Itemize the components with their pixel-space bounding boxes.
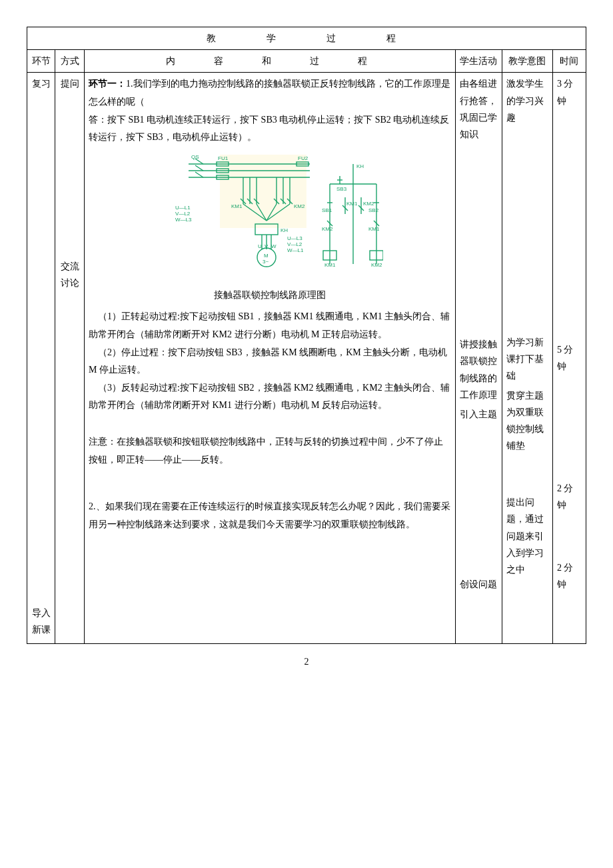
page-number: 2 <box>27 653 586 670</box>
lbl-qs: QS <box>191 154 199 160</box>
seg1-question: 1.我们学到的电力拖动控制线路的接触器联锁正反转控制线路，它的工作原理是怎么样的… <box>89 79 450 107</box>
lbl-fu1: FU1 <box>218 155 229 161</box>
table-title: 教 学 过 程 <box>27 27 586 50</box>
time-1: 3 分钟 <box>557 75 582 109</box>
col-activity: 由各组进行抢答，巩固已学知识 讲授接触器联锁控制线路的工作原理 引入主题 创设问… <box>455 73 502 644</box>
svg-line-5 <box>195 165 203 171</box>
intent-3: 贯穿主题为双重联锁控制线铺垫 <box>506 387 548 455</box>
lbl-sb3: SB3 <box>336 186 347 192</box>
header-row: 环节 方式 内 容 和 过 程 学生活动 教学意图 时间 <box>27 50 586 73</box>
lbl-w: W <box>271 243 277 249</box>
header-activity: 学生活动 <box>455 50 502 73</box>
lbl-sb2: SB2 <box>368 207 379 213</box>
lbl-km1-coil: KM1 <box>324 262 336 268</box>
lbl-m: M <box>264 253 269 259</box>
huanjie-daoru: 导入新课 <box>31 605 51 638</box>
time-2: 5 分钟 <box>557 341 582 375</box>
seg1-label: 环节一： <box>89 79 126 89</box>
intent-1: 激发学生的学习兴趣 <box>506 75 548 126</box>
lbl-kh: KH <box>281 227 288 233</box>
activity-1: 由各组进行抢答，巩固已学知识 <box>460 75 498 143</box>
lbl-v: V <box>265 243 269 249</box>
circuit-diagram: QS FU1 FU2 KH SB3 SB1 SB2 KM1 KM2 KM2 KM… <box>157 151 383 284</box>
lbl-kh-r: KH <box>356 163 364 169</box>
lbl-km2-nc: KM2 <box>322 226 333 232</box>
lbl-sb1: SB1 <box>322 207 332 213</box>
header-fangshi: 方式 <box>55 50 85 73</box>
para-3: （3）反转起动过程:按下起动按钮 SB2，接触器 KM2 线圈通电，KM2 主触… <box>89 379 451 415</box>
header-content: 内 容 和 过 程 <box>85 50 456 73</box>
header-huanjie: 环节 <box>27 50 55 73</box>
lbl-ul1: U—L1 <box>175 205 191 211</box>
lbl-vl2: V—L2 <box>175 211 191 217</box>
col-intent: 激发学生的学习兴趣 为学习新课打下基础 贯穿主题为双重联锁控制线铺垫 提出问题，… <box>502 73 552 644</box>
title-row: 教 学 过 程 <box>27 27 586 50</box>
col-huanjie: 复习 导入新课 <box>27 73 55 644</box>
lbl-wl1: W—L1 <box>287 247 304 253</box>
seg1-answer: 答：按下 SB1 电动机连续正转运行，按下 SB3 电动机停止运转；按下 SB2… <box>89 111 451 147</box>
lbl-vl2b: V—L2 <box>287 241 303 247</box>
intent-4: 提出问题，通过问题来引入到学习之中 <box>506 494 548 578</box>
lbl-km2-aux: KM2 <box>363 201 374 207</box>
body-row: 复习 导入新课 提问 交流讨论 环节一：1.我们学到的电力拖动控制线路的接触器联… <box>27 73 586 644</box>
lbl-wl3: W—L3 <box>175 217 192 223</box>
lbl-km2-main: KM2 <box>294 203 305 209</box>
svg-line-6 <box>195 172 203 177</box>
intent-2: 为学习新课打下基础 <box>506 334 548 385</box>
note: 注意：在接触器联锁和按钮联锁控制线路中，正转与反转的切换过程中间，少不了停止按钮… <box>89 433 451 469</box>
huanjie-fuxi: 复习 <box>31 75 51 92</box>
time-3: 2 分钟 <box>557 480 582 513</box>
question-2: 2.、如果我们现在需要在正传连续运行的时候直接实现反转怎么办呢？因此，我们需要采… <box>89 498 451 533</box>
segment-1: 环节一：1.我们学到的电力拖动控制线路的接触器联锁正反转控制线路，它的工作原理是… <box>89 75 451 111</box>
lbl-km1-nc: KM1 <box>368 226 380 232</box>
para-1: （1）正转起动过程:按下起动按钮 SB1，接触器 KM1 线圈通电，KM1 主触… <box>89 308 451 343</box>
col-time: 3 分钟 5 分钟 2 分钟 2 分钟 <box>552 73 586 644</box>
fangshi-tiwen: 提问 <box>59 75 80 92</box>
activity-3: 引入主题 <box>460 406 498 423</box>
lesson-plan-table: 教 学 过 程 环节 方式 内 容 和 过 程 学生活动 教学意图 时间 复习 … <box>27 27 586 644</box>
activity-2: 讲授接触器联锁控制线路的工作原理 <box>460 336 498 403</box>
lbl-km1-main: KM1 <box>231 203 243 209</box>
lbl-km1-aux: KM1 <box>346 201 358 207</box>
header-intent: 教学意图 <box>502 50 552 73</box>
lbl-km2-coil: KM2 <box>371 262 382 268</box>
lbl-fu2: FU2 <box>298 155 308 161</box>
fangshi-jiaoliu: 交流讨论 <box>59 258 80 291</box>
lbl-ul3: U—L3 <box>287 235 303 241</box>
col-fangshi: 提问 交流讨论 <box>55 73 85 644</box>
time-4: 2 分钟 <box>557 559 582 593</box>
col-content: 环节一：1.我们学到的电力拖动控制线路的接触器联锁正反转控制线路，它的工作原理是… <box>85 73 456 644</box>
lbl-u: U <box>258 243 262 249</box>
activity-4: 创设问题 <box>460 576 498 593</box>
diagram-caption: 接触器联锁控制线路原理图 <box>89 287 451 305</box>
header-time: 时间 <box>552 50 586 73</box>
lbl-m3: 3~ <box>263 259 269 265</box>
para-2: （2）停止过程：按下启动按钮 SB3，接触器 KM 线圈断电，KM 主触头分断，… <box>89 344 451 379</box>
svg-rect-0 <box>220 155 306 228</box>
